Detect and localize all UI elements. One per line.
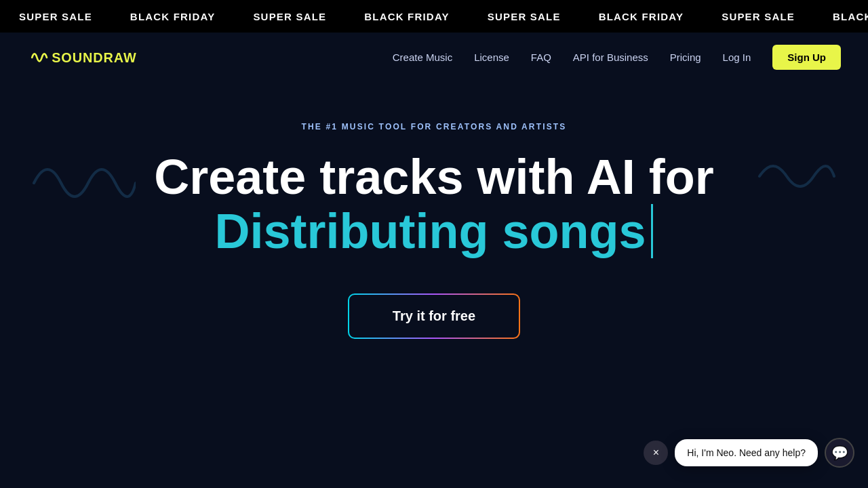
banner-item: BLACK FRIDAY <box>345 11 469 22</box>
chat-close-button[interactable]: × <box>644 441 668 465</box>
nav-link-faq[interactable]: FAQ <box>531 52 551 63</box>
try-it-free-button[interactable]: Try it for free <box>348 293 520 339</box>
hero-title-line2: Distributing songs <box>215 204 654 258</box>
nav-link-create-music[interactable]: Create Music <box>393 52 452 63</box>
hero-section: THE #1 MUSIC TOOL FOR CREATORS AND ARTIS… <box>0 81 868 339</box>
banner-item: SUPER SALE <box>0 11 111 22</box>
marquee-track: SUPER SALE BLACK FRIDAY SUPER SALE BLACK… <box>0 11 868 22</box>
svg-text:SOUNDRAW: SOUNDRAW <box>52 50 136 65</box>
nav-link-pricing[interactable]: Pricing <box>670 52 701 63</box>
wave-decoration-left <box>27 149 136 203</box>
chat-icon-symbol: 💬 <box>831 445 848 461</box>
chat-avatar-button[interactable]: 💬 <box>825 438 854 468</box>
banner-item: SUPER SALE <box>234 11 345 22</box>
signup-button[interactable]: Sign Up <box>772 45 841 70</box>
navbar: SOUNDRAW Create Music License FAQ API fo… <box>0 33 868 81</box>
chat-message-bubble: Hi, I'm Neo. Need any help? <box>675 439 818 466</box>
nav-links: Create Music License FAQ API for Busines… <box>393 45 841 70</box>
logo[interactable]: SOUNDRAW <box>27 44 162 70</box>
hero-tagline: THE #1 MUSIC TOOL FOR CREATORS AND ARTIS… <box>302 122 567 131</box>
chat-widget: × Hi, I'm Neo. Need any help? 💬 <box>644 438 854 468</box>
text-cursor <box>651 204 653 258</box>
banner-item: SUPER SALE <box>469 11 580 22</box>
wave-decoration-right <box>753 149 841 203</box>
banner-item: BLACK FRIDAY <box>111 11 235 22</box>
nav-link-api-for-business[interactable]: API for Business <box>573 52 648 63</box>
nav-link-license[interactable]: License <box>474 52 509 63</box>
sale-banner: SUPER SALE BLACK FRIDAY SUPER SALE BLACK… <box>0 0 868 33</box>
chat-message-text: Hi, I'm Neo. Need any help? <box>687 447 806 458</box>
banner-item: SUPER SALE <box>703 11 814 22</box>
nav-link-log-in[interactable]: Log In <box>723 52 751 63</box>
banner-item: BLACK FRIDAY <box>580 11 703 22</box>
hero-title-line1: Create tracks with AI for <box>154 150 714 204</box>
banner-item: BLACK FRIDAY <box>814 11 868 22</box>
close-icon: × <box>653 447 659 459</box>
